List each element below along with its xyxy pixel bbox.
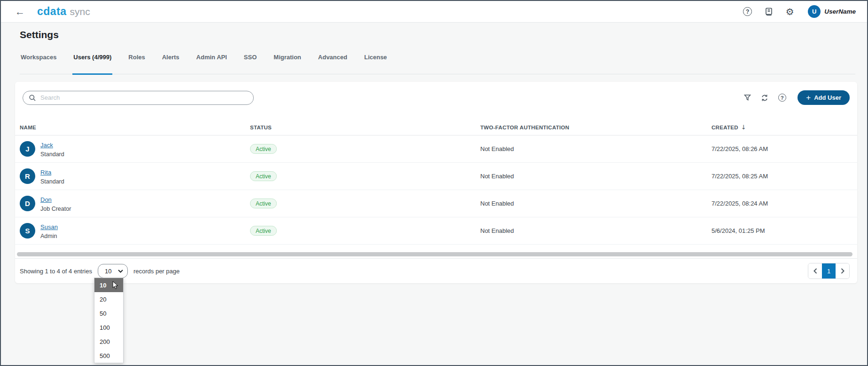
records-per-page-select[interactable]: 10 [98, 264, 128, 278]
logo-cdata-text: cdata [37, 5, 67, 18]
chevron-right-icon [841, 268, 845, 274]
docs-icon-svg [764, 7, 774, 16]
table-row: D Don Job Creator Active Not Enabled 7/2… [15, 190, 857, 217]
user-avatar: U [808, 5, 821, 18]
records-option-500[interactable]: 500 [94, 349, 123, 363]
chevron-down-icon [118, 270, 123, 273]
avatar: S [20, 223, 35, 239]
sort-desc-icon[interactable]: ↓ [741, 124, 746, 131]
tab-advanced[interactable]: Advanced [317, 50, 348, 74]
help-icon-glyph: ? [743, 7, 752, 16]
table-row: S Susan Admin Active Not Enabled 5/6/202… [15, 217, 857, 245]
user-link[interactable]: Susan [40, 223, 58, 231]
filter-icon[interactable] [743, 93, 752, 103]
created-value: 7/22/2025, 08:24 AM [712, 200, 850, 207]
table-row: R Rita Standard Active Not Enabled 7/22/… [15, 163, 857, 190]
users-toolbar: ? + Add User [15, 82, 857, 105]
user-role: Job Creator [40, 206, 71, 212]
column-header-name[interactable]: NAME [20, 125, 250, 130]
records-option-10[interactable]: 10 [94, 278, 123, 292]
prev-page-button[interactable] [808, 263, 822, 278]
tab-sso[interactable]: SSO [243, 50, 258, 74]
column-name-label: NAME [20, 125, 36, 130]
table-help-icon[interactable]: ? [777, 93, 787, 103]
column-created-label: CREATED [712, 125, 738, 130]
records-option-20[interactable]: 20 [94, 292, 123, 306]
created-value: 5/6/2024, 01:25 PM [712, 227, 850, 234]
docs-icon[interactable] [764, 7, 774, 16]
refresh-icon[interactable] [760, 93, 769, 103]
user-link[interactable]: Don [40, 196, 52, 203]
user-name-cell: J Jack Standard [20, 141, 250, 158]
user-name-cell: S Susan Admin [20, 223, 250, 239]
records-per-page-dropdown: 10 20 50 100 200 500 [94, 278, 124, 363]
search-icon [29, 94, 36, 102]
user-name-cell: R Rita Standard [20, 168, 250, 185]
current-page-button[interactable]: 1 [822, 263, 836, 278]
records-select-value: 10 [105, 268, 118, 275]
add-user-label: Add User [814, 94, 841, 101]
gear-icon[interactable]: ⚙ [785, 7, 795, 16]
tab-admin-api[interactable]: Admin API [195, 50, 228, 74]
help-icon[interactable]: ? [743, 7, 752, 16]
plus-icon: + [806, 94, 811, 102]
user-role: Standard [40, 178, 64, 185]
user-name-label: UserName [824, 8, 856, 15]
user-link[interactable]: Rita [40, 169, 51, 176]
settings-tab-bar: Workspaces Users (4/999) Roles Alerts Ad… [20, 50, 855, 74]
tab-migration[interactable]: Migration [273, 50, 302, 74]
two-factor-value: Not Enabled [480, 173, 712, 180]
cdata-sync-logo: cdata sync [37, 5, 90, 18]
mouse-cursor-icon [112, 281, 118, 289]
horizontal-scrollbar[interactable] [17, 252, 852, 256]
status-badge: Active [250, 144, 277, 154]
two-factor-value: Not Enabled [480, 200, 712, 207]
created-value: 7/22/2025, 08:26 AM [712, 145, 850, 152]
user-role: Standard [40, 151, 64, 158]
showing-entries-label: Showing 1 to 4 of 4 entries [20, 268, 92, 275]
table-row: J Jack Standard Active Not Enabled 7/22/… [15, 135, 857, 163]
refresh-icon-svg [760, 94, 769, 102]
tab-license[interactable]: License [363, 50, 388, 74]
topbar-actions: ? ⚙ U UserName [743, 5, 856, 18]
user-link[interactable]: Jack [40, 142, 53, 149]
column-header-two-factor[interactable]: TWO-FACTOR AUTHENTICATION [480, 125, 712, 130]
column-header-created[interactable]: CREATED ↓ [712, 124, 850, 131]
column-status-label: STATUS [250, 125, 272, 130]
column-two-factor-label: TWO-FACTOR AUTHENTICATION [480, 125, 569, 130]
created-value: 7/22/2025, 08:25 AM [712, 173, 850, 180]
search-input[interactable] [40, 94, 248, 101]
records-option-100[interactable]: 100 [94, 320, 123, 334]
two-factor-value: Not Enabled [480, 227, 712, 234]
back-arrow-icon[interactable]: ← [15, 7, 25, 16]
add-user-button[interactable]: + Add User [798, 90, 850, 105]
next-page-button[interactable] [836, 263, 849, 278]
toolbar-actions: ? + Add User [743, 90, 850, 105]
page-title: Settings [20, 29, 59, 40]
tab-users[interactable]: Users (4/999) [72, 50, 112, 75]
filter-icon-svg [743, 94, 751, 102]
status-badge: Active [250, 199, 277, 208]
logo-sync-text: sync [70, 6, 90, 17]
user-menu[interactable]: U UserName [808, 5, 856, 18]
column-header-status[interactable]: STATUS [250, 125, 480, 130]
user-name-cell: D Don Job Creator [20, 195, 250, 212]
records-option-200[interactable]: 200 [94, 334, 123, 349]
status-badge: Active [250, 226, 277, 236]
tab-workspaces[interactable]: Workspaces [20, 50, 57, 74]
tab-roles[interactable]: Roles [127, 50, 146, 74]
users-panel: ? + Add User NAME STATUS TWO-FACTOR AUTH… [15, 82, 857, 283]
table-help-glyph: ? [778, 94, 786, 102]
records-per-page-label: records per page [133, 268, 180, 275]
user-role: Admin [40, 233, 58, 239]
table-header-row: NAME STATUS TWO-FACTOR AUTHENTICATION CR… [15, 119, 857, 135]
search-box[interactable] [23, 91, 254, 105]
records-option-50[interactable]: 50 [94, 306, 123, 320]
avatar: J [20, 141, 35, 157]
table-footer: Showing 1 to 4 of 4 entries 10 records p… [15, 258, 857, 283]
cdata-sync-window: { "header": { "logo_primary": "cdata", "… [0, 0, 868, 366]
top-bar: ← cdata sync ? ⚙ U UserName [1, 1, 867, 23]
avatar: R [20, 168, 35, 184]
avatar: D [20, 196, 35, 211]
tab-alerts[interactable]: Alerts [161, 50, 180, 74]
